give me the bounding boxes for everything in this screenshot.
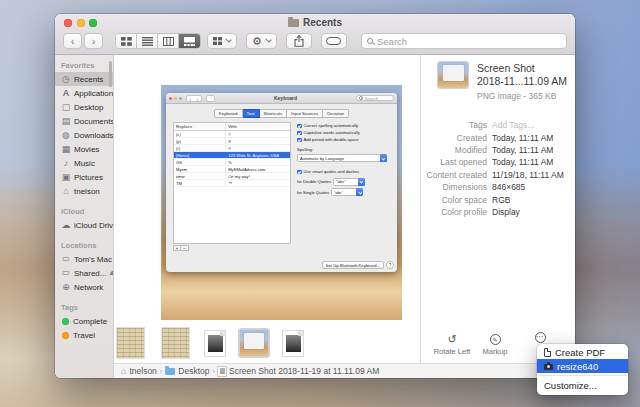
sidebar-item-toms-mac[interactable]: ▭Tom's Mac: [55, 252, 113, 266]
sidebar-item-recents[interactable]: ◷Recents: [55, 72, 113, 86]
sidebar-item-movies[interactable]: ▦Movies: [55, 142, 113, 156]
sidebar-item-music[interactable]: ♪Music: [55, 156, 113, 170]
menu-item-customize[interactable]: Customize...: [537, 378, 628, 392]
menu-item-create-pdf[interactable]: Create PDF: [537, 345, 628, 359]
sidebar-item-applications[interactable]: AApplications: [55, 86, 113, 100]
eject-icon[interactable]: ⏏: [109, 269, 113, 277]
thumbnail-spreadsheet[interactable]: [162, 328, 189, 358]
meta-row-created: CreatedToday, 11:11 AM: [421, 131, 575, 143]
view-switcher: [115, 33, 201, 49]
grid-view-icon: [121, 37, 132, 46]
icon-view-button[interactable]: [116, 34, 137, 48]
kb-search-icon: [359, 96, 363, 100]
share-button[interactable]: [286, 33, 312, 49]
sidebar: Favorites ◷Recents AApplications ▢Deskto…: [55, 55, 114, 378]
action-button[interactable]: ⚙: [246, 33, 277, 49]
sidebar-item-downloads[interactable]: ◍Downloads: [55, 128, 113, 142]
thumbnail-image-file[interactable]: [283, 331, 303, 356]
breadcrumb-file[interactable]: Screen Shot 2018-11-19 at 11.11.09 AM: [218, 366, 379, 376]
gear-icon: ⚙: [252, 36, 262, 47]
kb-nav-buttons: ‹›: [186, 95, 202, 102]
documents-icon: ▤: [61, 117, 71, 126]
image-file-icon: [218, 367, 226, 376]
chevron-down-icon: [265, 36, 271, 42]
search-input[interactable]: [377, 36, 561, 47]
column-view-icon: [163, 37, 174, 46]
kb-table-row-selected: [Home]123 Wide St. Anytown, USA: [174, 152, 290, 159]
green-tag-icon: [62, 318, 69, 325]
kb-prefs-window: ‹› Keyboard Search Keyboard Text Shortcu…: [166, 93, 397, 272]
downloads-icon: ◍: [61, 131, 71, 140]
kb-search-field: Search: [356, 95, 394, 102]
sidebar-item-icloud-drive[interactable]: ☁iCloud Drive: [55, 218, 113, 232]
display-icon: ▭: [61, 255, 71, 263]
sidebar-tag-complete[interactable]: Complete: [55, 314, 113, 328]
kb-help-button: ?: [386, 261, 394, 269]
kb-table-row: (c)©: [174, 131, 290, 138]
music-icon: ♪: [61, 159, 71, 168]
titlebar[interactable]: Recents: [55, 14, 575, 31]
thumbnail-selected[interactable]: [238, 328, 270, 358]
pictures-icon: ▣: [61, 173, 71, 182]
thumbnail-spreadsheet[interactable]: [117, 328, 144, 358]
more-actions-button[interactable]: ···: [517, 330, 563, 343]
sidebar-item-desktop[interactable]: ▢Desktop: [55, 100, 113, 114]
back-icon: ‹: [71, 36, 75, 47]
sidebar-item-network[interactable]: ⊕Network: [55, 280, 113, 294]
gallery-view-button[interactable]: [179, 34, 200, 48]
window-chrome: Recents ‹ ›: [55, 14, 575, 55]
kb-checkbox-icon: [297, 124, 302, 129]
file-title: Screen Shot 2018-11...11.09 AM: [477, 62, 567, 88]
kb-zoom-icon: [179, 97, 182, 100]
kb-table-row: MyemMyEMailAdress.com: [174, 166, 290, 173]
quick-actions-menu: Create PDF resize640 Customize...: [537, 344, 628, 395]
add-tags-field[interactable]: Add Tags...: [492, 120, 534, 130]
column-view-button[interactable]: [158, 34, 179, 48]
window-title: Recents: [303, 17, 342, 28]
file-subtitle: PNG image - 365 KB: [477, 91, 567, 101]
kb-window-title: Keyboard: [217, 95, 354, 101]
finder-window: Recents ‹ ›: [55, 14, 575, 378]
sidebar-tag-travel[interactable]: Travel: [55, 328, 113, 342]
sidebar-item-shared[interactable]: ▭Shared...⏏: [55, 266, 113, 280]
kb-table-row: omwOn my way!: [174, 173, 290, 180]
sidebar-item-home[interactable]: ⌂tnelson: [55, 184, 113, 198]
kb-col-with: With: [226, 124, 237, 129]
group-by-button[interactable]: [207, 33, 237, 49]
rotate-left-button[interactable]: ↺ Rotate Left: [429, 332, 475, 356]
camera-icon: [544, 364, 553, 370]
sidebar-item-pictures[interactable]: ▣Pictures: [55, 170, 113, 184]
thumbnail-image-file[interactable]: [205, 331, 225, 356]
sidebar-scrollbar[interactable]: [109, 61, 112, 87]
share-icon: [294, 35, 304, 47]
meta-row-color-space: Color spaceRGB: [421, 193, 575, 205]
applications-icon: A: [61, 89, 71, 98]
kb-spelling-select: Automatic by Language: [297, 154, 387, 162]
tags-button[interactable]: [321, 33, 347, 49]
kb-checkbox-icon: [297, 170, 302, 175]
meta-row-dimensions: Dimensions846×685: [421, 181, 575, 193]
meta-row-tags: TagsAdd Tags...: [421, 119, 575, 131]
list-view-button[interactable]: [137, 34, 158, 48]
kb-select-chevron-icon: [380, 154, 387, 162]
meta-row-modified: ModifiedToday, 11:11 AM: [421, 144, 575, 156]
breadcrumb-home[interactable]: ⌂tnelson: [121, 366, 157, 376]
markup-button[interactable]: ✎ Markup: [472, 332, 518, 356]
search-field[interactable]: [361, 33, 567, 49]
kb-tabs: Keyboard Text Shortcuts Input Sources Di…: [166, 109, 397, 118]
forward-button[interactable]: ›: [84, 33, 103, 49]
kb-checkbox-icon: [297, 138, 302, 143]
breadcrumb-desktop[interactable]: Desktop: [165, 366, 209, 376]
folder-icon: [165, 368, 175, 375]
recents-icon: ◷: [61, 75, 71, 84]
gallery-preview-image[interactable]: ‹› Keyboard Search Keyboard Text Shortcu…: [161, 85, 402, 320]
menu-item-resize640[interactable]: resize640: [537, 359, 628, 373]
sidebar-item-documents[interactable]: ▤Documents: [55, 114, 113, 128]
kb-table-row: (p)℗: [174, 138, 290, 145]
home-icon: ⌂: [61, 187, 71, 196]
display-icon: ▭: [61, 269, 71, 277]
back-button[interactable]: ‹: [63, 33, 82, 49]
file-thumbnail[interactable]: [438, 62, 468, 88]
sidebar-heading-icloud: iCloud: [55, 207, 113, 218]
list-view-icon: [142, 37, 153, 46]
